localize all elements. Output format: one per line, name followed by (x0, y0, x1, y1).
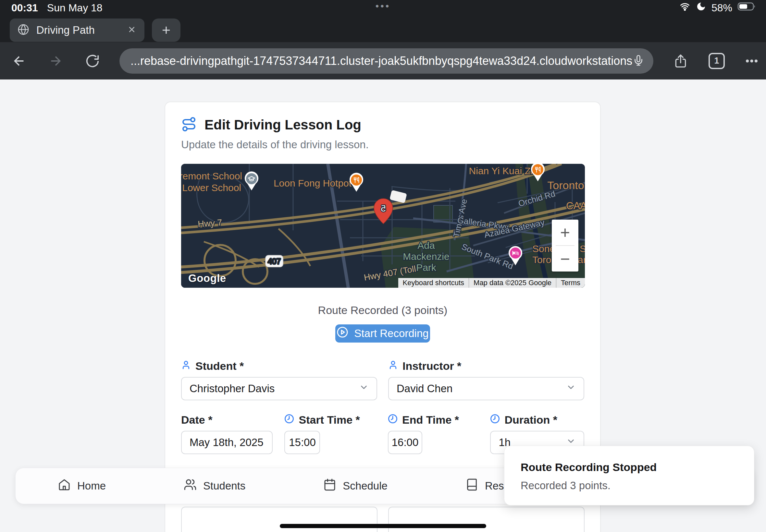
person-icon (181, 360, 191, 372)
clock-icon (388, 414, 398, 426)
map-shield-407: 407 (265, 255, 283, 267)
duration-label: Duration * (505, 414, 557, 426)
battery-icon (737, 2, 756, 14)
home-icon (58, 478, 71, 494)
toast-title: Route Recording Stopped (521, 461, 738, 474)
book-icon (466, 478, 479, 494)
chevron-down-icon (566, 382, 576, 395)
page-subtitle: Update the details of the driving lesson… (181, 139, 584, 151)
instructor-select[interactable]: David Chen (388, 377, 584, 400)
menu-button[interactable] (744, 54, 759, 68)
clock-icon (490, 414, 500, 426)
nav-label-students: Students (203, 480, 245, 492)
map-label-school-2: - Lower School (181, 182, 241, 193)
address-bar[interactable]: ...rebase-drivingpathgit-1747537344711.c… (119, 48, 653, 74)
start-recording-button[interactable]: Start Recording (335, 324, 430, 343)
svg-text:5: 5 (381, 203, 386, 213)
battery-percent: 58% (711, 2, 732, 14)
nav-item-schedule[interactable]: Schedule (323, 478, 388, 494)
reload-button[interactable] (85, 54, 100, 68)
close-tab-icon[interactable] (127, 25, 137, 36)
end-time-input[interactable]: 16:00 (388, 431, 422, 454)
route-icon (181, 116, 197, 133)
browser-toolbar: ...rebase-drivingpathgit-1747537344711.c… (0, 42, 766, 79)
map-canvas: 407 Times Ave Orchid Rd Galleria Pkwy Az… (181, 164, 585, 288)
instructor-label: Instructor * (403, 360, 461, 372)
partial-field-left[interactable] (181, 507, 377, 532)
browser-tab-driving-path[interactable]: Driving Path (10, 18, 144, 42)
calendar-icon (323, 478, 336, 494)
map-data-attribution: Map data ©2025 Google (469, 278, 556, 288)
voice-search-icon[interactable] (633, 54, 644, 68)
google-map[interactable]: 407 Times Ave Orchid Rd Galleria Pkwy Az… (181, 164, 585, 288)
route-status-text: Route Recorded (3 points) (181, 304, 584, 317)
end-time-value: 16:00 (392, 436, 419, 449)
map-label-hwy7: Hwy 7 (197, 218, 222, 229)
end-time-label: End Time * (402, 414, 459, 426)
start-time-value: 15:00 (289, 436, 316, 449)
google-logo: Google (188, 272, 226, 284)
tab-count: 1 (709, 53, 725, 69)
map-label-city: Toronto (547, 179, 584, 191)
chevron-down-icon (359, 382, 369, 395)
map-label-park-2: Mackenzie (403, 251, 449, 262)
map-label-park-3: Park (416, 262, 437, 273)
toast-body: Recorded 3 points. (521, 479, 738, 492)
forward-button[interactable] (48, 54, 63, 68)
date-label: Date * (181, 414, 212, 426)
map-label-park-1: Ada (418, 240, 435, 251)
zoom-out-button[interactable]: − (552, 246, 578, 272)
play-circle-icon (336, 326, 348, 341)
student-value: Christopher Davis (189, 382, 274, 395)
map-label-hotel-2: Toro (532, 254, 551, 265)
start-recording-label: Start Recording (354, 327, 429, 340)
zoom-in-button[interactable]: + (552, 220, 578, 245)
map-label-school-1: uremont School (181, 171, 242, 181)
instructor-value: David Chen (397, 382, 453, 395)
multitasking-dots-icon[interactable]: ••• (375, 1, 391, 12)
tab-switcher-button[interactable]: 1 (709, 53, 725, 69)
status-bar: 00:31 Sun May 18 ••• 58% (0, 0, 766, 15)
map-zoom-control: + − (552, 220, 578, 272)
map-label-hotel-2b: ark (578, 254, 585, 265)
student-label: Student * (195, 360, 244, 372)
home-indicator[interactable] (280, 524, 486, 528)
share-button[interactable] (674, 53, 688, 69)
globe-favicon-icon (18, 24, 29, 37)
page-title: Edit Driving Lesson Log (204, 117, 361, 133)
status-time: 00:31 (11, 2, 38, 14)
nav-label-home: Home (77, 480, 106, 492)
nav-label-schedule: Schedule (343, 480, 388, 492)
map-label-restaurant-1: Loon Fong Hotpot (273, 178, 352, 188)
terms-link[interactable]: Terms (556, 278, 585, 288)
toast-notification: Route Recording Stopped Recorded 3 point… (504, 446, 754, 505)
start-time-input[interactable]: 15:00 (284, 431, 320, 454)
start-time-label: Start Time * (298, 414, 359, 426)
wifi-icon (679, 2, 691, 14)
url-text: ...rebase-drivingpathgit-1747537344711.c… (130, 54, 633, 68)
date-value: May 18th, 2025 (189, 436, 263, 449)
student-select[interactable]: Christopher Davis (181, 377, 377, 400)
new-tab-button[interactable] (152, 18, 180, 42)
back-button[interactable] (12, 54, 27, 68)
clock-icon (284, 414, 294, 426)
users-icon (184, 478, 197, 494)
nav-item-students[interactable]: Students (184, 478, 245, 494)
map-label-caa: CAA T (566, 200, 585, 212)
page-content: Edit Driving Lesson Log Update the detai… (0, 79, 766, 532)
svg-text:407: 407 (268, 257, 281, 266)
person-icon (388, 360, 398, 372)
map-label-hotel-1b: S (580, 243, 585, 254)
partial-field-right[interactable] (388, 507, 585, 532)
tab-title: Driving Path (36, 24, 127, 36)
moon-icon (696, 1, 706, 14)
nav-item-home[interactable]: Home (58, 478, 106, 494)
browser-chrome: 00:31 Sun May 18 ••• 58% Driving Path (0, 0, 766, 42)
date-input[interactable]: May 18th, 2025 (181, 431, 273, 454)
map-label-restaurant-2: Nian Yi Kuai Zi (469, 165, 533, 176)
keyboard-shortcuts-link[interactable]: Keyboard shortcuts (398, 278, 469, 288)
status-date: Sun May 18 (47, 2, 103, 14)
